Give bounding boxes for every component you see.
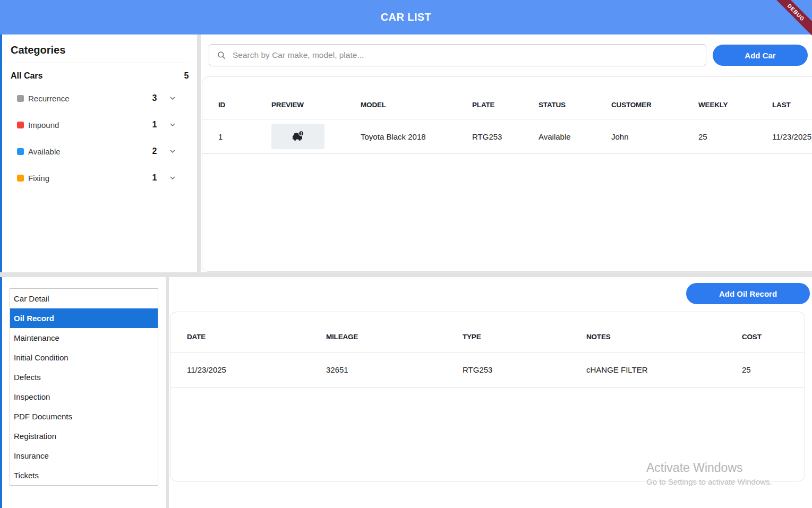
cell-id: 1 — [218, 132, 271, 141]
oil-button-row: Add Oil Record — [169, 277, 812, 304]
category-label: Impound — [28, 120, 148, 130]
cell-type: RTG253 — [463, 365, 586, 374]
cell-weekly: 25 — [698, 132, 772, 141]
category-available[interactable]: Available 2 — [2, 138, 197, 165]
col-notes: NOTES — [586, 333, 742, 341]
activate-windows-watermark: Activate Windows Go to Settings to activ… — [646, 461, 772, 486]
recurrence-color-dot — [17, 95, 24, 102]
top-section: Categories All Cars 5 Recurrence 3 Impou… — [0, 35, 812, 272]
cell-mileage: 32651 — [326, 365, 463, 374]
categories-title: Categories — [2, 35, 197, 63]
category-impound[interactable]: Impound 1 — [2, 111, 197, 138]
col-model: MODEL — [361, 101, 472, 109]
search-row: Add Car — [201, 35, 812, 66]
col-type: TYPE — [463, 333, 586, 341]
car-table-card: ID PREVIEW MODEL PLATE STATUS CUSTOMER W… — [202, 76, 812, 272]
col-last: LAST — [772, 101, 812, 109]
category-count: 3 — [152, 93, 157, 103]
watermark-line2: Go to Settings to activate Windows. — [646, 477, 772, 486]
menu-item-car-detail[interactable]: Car Detail — [10, 289, 158, 308]
menu-item-registration[interactable]: Registration — [10, 426, 158, 446]
cell-plate: RTG253 — [472, 132, 539, 141]
menu-item-insurance[interactable]: Insurance — [10, 446, 158, 466]
col-status: STATUS — [539, 101, 611, 109]
add-car-button[interactable]: Add Car — [713, 45, 808, 66]
car-list-panel: Add Car ID PREVIEW MODEL PLATE STATUS CU… — [201, 35, 812, 272]
col-cost: COST — [742, 333, 805, 341]
col-plate: PLATE — [472, 101, 539, 109]
chevron-down-icon[interactable] — [168, 147, 177, 156]
chevron-down-icon[interactable] — [168, 174, 177, 182]
oil-table-header: DATE MILEAGE TYPE NOTES COST — [170, 312, 805, 352]
bottom-section: Car Detail Oil Record Maintenance Initia… — [0, 277, 812, 508]
impound-color-dot — [17, 122, 24, 128]
car-detail-panel: Car Detail Oil Record Maintenance Initia… — [0, 277, 166, 508]
menu-item-oil-record[interactable]: Oil Record — [10, 308, 158, 328]
debug-ribbon: DEBUG — [770, 0, 812, 42]
category-all-cars[interactable]: All Cars 5 — [2, 63, 197, 85]
oil-table-row[interactable]: 11/23/2025 32651 RTG253 cHANGE FILTER 25 — [170, 352, 805, 388]
menu-item-tickets[interactable]: Tickets — [10, 466, 158, 485]
debug-ribbon-label: DEBUG — [770, 0, 812, 40]
menu-item-pdf-documents[interactable]: PDF Documents — [10, 407, 158, 426]
oil-record-panel: Add Oil Record DATE MILEAGE TYPE NOTES C… — [169, 277, 812, 508]
car-table-header: ID PREVIEW MODEL PLATE STATUS CUSTOMER W… — [202, 77, 812, 119]
add-oil-record-button[interactable]: Add Oil Record — [686, 283, 810, 304]
col-mileage: MILEAGE — [326, 333, 463, 341]
panel-divider-vertical — [197, 35, 201, 272]
watermark-line1: Activate Windows — [646, 461, 772, 475]
category-count: 1 — [152, 120, 157, 130]
cell-date: 11/23/2025 — [187, 365, 326, 374]
category-recurrence[interactable]: Recurrence 3 — [2, 85, 197, 111]
search-icon — [217, 50, 226, 60]
search-input[interactable] — [226, 50, 706, 60]
cell-model: Toyota Black 2018 — [361, 132, 472, 141]
cell-customer: John — [611, 132, 698, 141]
menu-item-inspection[interactable]: Inspection — [10, 387, 158, 407]
oil-table-card: DATE MILEAGE TYPE NOTES COST 11/23/2025 … — [170, 312, 805, 481]
category-fixing[interactable]: Fixing 1 — [2, 165, 197, 191]
categories-panel: Categories All Cars 5 Recurrence 3 Impou… — [0, 35, 197, 272]
available-color-dot — [17, 148, 24, 155]
cell-last: 11/23/2025 — [772, 132, 812, 141]
all-cars-count: 5 — [184, 71, 189, 81]
category-count: 2 — [152, 147, 157, 156]
chevron-down-icon[interactable] — [168, 94, 177, 102]
col-preview: PREVIEW — [271, 101, 361, 109]
cell-status: Available — [539, 132, 611, 141]
cell-cost: 25 — [742, 365, 805, 374]
app-header: CAR LIST DEBUG — [0, 0, 812, 35]
col-date: DATE — [187, 333, 326, 341]
category-count: 1 — [152, 173, 157, 183]
all-cars-label: All Cars — [11, 71, 42, 81]
chevron-down-icon[interactable] — [168, 120, 177, 129]
detail-menu: Car Detail Oil Record Maintenance Initia… — [10, 288, 158, 486]
menu-item-defects[interactable]: Defects — [10, 367, 158, 387]
fixing-color-dot — [17, 175, 24, 182]
category-label: Fixing — [28, 174, 148, 183]
section-divider-horizontal — [0, 272, 812, 277]
category-label: Available — [28, 147, 148, 156]
menu-item-initial-condition[interactable]: Initial Condition — [10, 348, 158, 367]
category-label: Recurrence — [28, 94, 148, 103]
col-customer: CUSTOMER — [611, 101, 698, 109]
cell-notes: cHANGE FILTER — [586, 365, 742, 374]
menu-item-maintenance[interactable]: Maintenance — [10, 328, 158, 348]
search-box — [209, 44, 706, 66]
car-alert-icon — [291, 130, 305, 143]
col-id: ID — [218, 101, 271, 109]
page-title: CAR LIST — [381, 11, 431, 23]
col-weekly: WEEKLY — [698, 101, 772, 109]
car-table-row[interactable]: 1 Toyota Black 2018 RTG253 Available Joh… — [202, 119, 812, 154]
car-preview-thumbnail[interactable] — [271, 124, 324, 149]
